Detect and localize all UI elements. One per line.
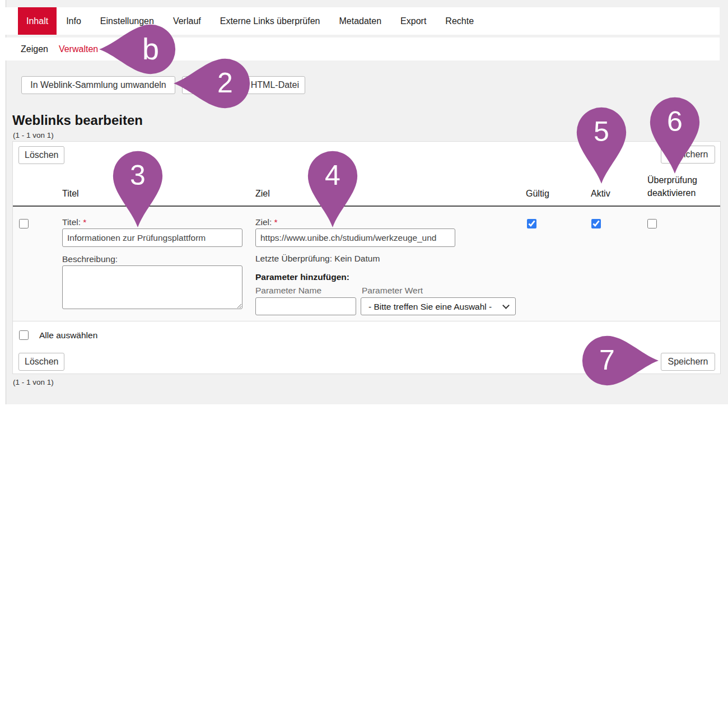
parameter-wert-select-wrap: - Bitte treffen Sie eine Auswahl - bbox=[361, 297, 516, 315]
tab-info[interactable]: Info bbox=[57, 7, 91, 35]
parameter-name-label: Parameter Name bbox=[255, 286, 321, 296]
html-file-button[interactable]: s HTML-Datei bbox=[182, 76, 305, 94]
delete-button-bottom[interactable]: Löschen bbox=[18, 353, 64, 371]
parameter-name-input[interactable] bbox=[255, 297, 356, 315]
required-asterisk: * bbox=[274, 217, 278, 227]
aktiv-checkbox[interactable] bbox=[591, 219, 601, 228]
save-button-top[interactable]: Speichern bbox=[661, 146, 715, 164]
tab-export[interactable]: Export bbox=[391, 7, 436, 35]
column-header-aktiv: Aktiv bbox=[591, 189, 610, 199]
subtab-verwalten[interactable]: Verwalten bbox=[59, 44, 98, 54]
ziel-input[interactable] bbox=[255, 228, 455, 247]
gueltig-checkbox[interactable] bbox=[527, 219, 536, 228]
tab-inhalt[interactable]: Inhalt bbox=[18, 7, 57, 35]
result-range-top: (1 - 1 von 1) bbox=[13, 131, 54, 139]
titel-input[interactable] bbox=[62, 228, 242, 247]
tab-bar: Inhalt Info Einstellungen Verlauf Extern… bbox=[6, 7, 720, 35]
subtab-bar: Zeigen Verwalten bbox=[6, 38, 720, 60]
select-all-checkbox[interactable] bbox=[19, 330, 29, 340]
tab-metadaten[interactable]: Metadaten bbox=[330, 7, 391, 35]
parameter-wert-label: Parameter Wert bbox=[362, 286, 423, 296]
page-title: Weblinks bearbeiten bbox=[12, 113, 143, 128]
parameter-wert-select[interactable]: - Bitte treffen Sie eine Auswahl - bbox=[361, 297, 516, 315]
column-header-titel: Titel bbox=[62, 189, 79, 199]
tab-externe-links-ueberpruefen[interactable]: Externe Links überprüfen bbox=[211, 7, 330, 35]
beschreibung-label: Beschreibung: bbox=[62, 254, 118, 264]
weblinks-table: Löschen Speichern Titel Ziel Gültig Akti… bbox=[12, 141, 721, 374]
column-header-ziel: Ziel bbox=[255, 189, 270, 199]
tab-einstellungen[interactable]: Einstellungen bbox=[91, 7, 164, 35]
row-divider bbox=[13, 321, 720, 321]
ziel-field-label: Ziel: * bbox=[255, 217, 278, 227]
convert-to-weblink-collection-button[interactable]: In Weblink-Sammlung umwandeln bbox=[21, 76, 175, 94]
save-button-bottom[interactable]: Speichern bbox=[661, 353, 715, 371]
last-check-text: Letzte Überprüfung: Kein Datum bbox=[255, 254, 380, 264]
titel-field-label: Titel: * bbox=[62, 217, 86, 227]
tab-rechte[interactable]: Rechte bbox=[436, 7, 483, 35]
page: Inhalt Info Einstellungen Verlauf Extern… bbox=[0, 0, 728, 728]
add-parameter-title: Parameter hinzufügen: bbox=[255, 272, 349, 282]
beschreibung-textarea[interactable] bbox=[62, 265, 242, 309]
required-asterisk: * bbox=[83, 217, 86, 227]
column-header-gueltig: Gültig bbox=[526, 189, 549, 199]
subtab-zeigen[interactable]: Zeigen bbox=[21, 44, 48, 54]
tab-verlauf[interactable]: Verlauf bbox=[164, 7, 211, 35]
select-all-label: Alle auswählen bbox=[39, 330, 97, 340]
delete-button-top[interactable]: Löschen bbox=[18, 146, 64, 164]
ueberpruefung-deaktivieren-checkbox[interactable] bbox=[647, 219, 657, 228]
table-row: Titel: * Beschreibung: Ziel: * Letzte Üb… bbox=[13, 207, 720, 321]
row-select-checkbox[interactable] bbox=[19, 219, 29, 228]
column-header-ueberpruefung-deaktivieren: Überprüfung deaktivieren bbox=[647, 174, 713, 199]
result-range-bottom: (1 - 1 von 1) bbox=[13, 378, 54, 386]
